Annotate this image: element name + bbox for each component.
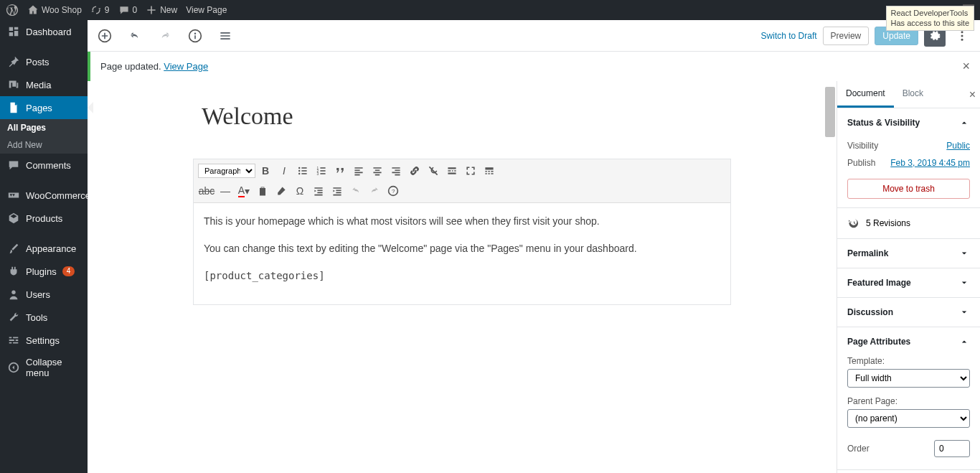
- italic-button[interactable]: I: [275, 162, 293, 179]
- chevron-down-icon: [958, 306, 970, 318]
- panel-discussion: Discussion: [837, 298, 980, 327]
- panel-discussion-header[interactable]: Discussion: [837, 298, 980, 327]
- bullet-list-button[interactable]: [294, 162, 311, 179]
- sidebar-item-pages[interactable]: Pages: [0, 96, 88, 119]
- fullscreen-button[interactable]: [462, 162, 479, 179]
- panel-permalink-header[interactable]: Permalink: [837, 239, 980, 268]
- settings-close-button[interactable]: ×: [969, 88, 976, 101]
- outline-button[interactable]: [215, 26, 235, 46]
- numbered-list-button[interactable]: 123: [313, 162, 330, 179]
- sidebar-label: Users: [26, 289, 50, 300]
- settings-tabs: Document Block ×: [837, 81, 980, 108]
- site-name-link[interactable]: Woo Shop: [27, 4, 82, 16]
- sidebar-item-woocommerce[interactable]: WooCommerce: [0, 184, 88, 207]
- dashboard-icon: [7, 25, 20, 38]
- clipboard-icon: [257, 185, 268, 197]
- visibility-value-link[interactable]: Public: [946, 141, 970, 151]
- tab-document[interactable]: Document: [837, 81, 894, 108]
- publish-date-link[interactable]: Feb 3, 2019 4:45 pm: [890, 158, 970, 168]
- unlink-button[interactable]: [425, 162, 442, 179]
- format-select[interactable]: Paragraph: [198, 164, 255, 178]
- updates-link[interactable]: 9: [90, 4, 110, 16]
- classic-editor-block[interactable]: Paragraph B I 123: [193, 159, 731, 305]
- align-right-icon: [390, 165, 402, 177]
- tab-block[interactable]: Block: [894, 81, 932, 108]
- indent-button[interactable]: [329, 182, 346, 200]
- wrench-icon: [7, 311, 20, 324]
- toolbar-toggle-button[interactable]: [481, 162, 498, 179]
- svg-point-8: [961, 38, 963, 40]
- sidebar-item-posts[interactable]: Posts: [0, 50, 88, 73]
- parent-page-select[interactable]: (no parent): [847, 409, 970, 428]
- wp-logo[interactable]: [6, 4, 19, 17]
- panel-attributes-header[interactable]: Page Attributes: [837, 327, 980, 356]
- svg-point-10: [298, 170, 300, 172]
- sidebar-sub-all-pages[interactable]: All Pages: [0, 119, 88, 136]
- preview-button[interactable]: Preview: [823, 27, 870, 45]
- clear-button[interactable]: [273, 182, 290, 200]
- unlink-icon: [428, 165, 439, 177]
- align-center-icon: [372, 165, 383, 177]
- align-right-button[interactable]: [387, 162, 405, 179]
- page-title-input[interactable]: Welcome: [193, 95, 731, 137]
- new-link[interactable]: New: [146, 4, 177, 16]
- redo2-button[interactable]: [366, 182, 383, 200]
- switch-draft-button[interactable]: Switch to Draft: [761, 31, 817, 41]
- align-center-button[interactable]: [369, 162, 386, 179]
- sidebar-item-media[interactable]: Media: [0, 73, 88, 96]
- template-select[interactable]: Full width: [847, 369, 970, 388]
- panel-featured-header[interactable]: Featured Image: [837, 268, 980, 297]
- readmore-icon: [446, 165, 458, 177]
- view-page-link[interactable]: View Page: [186, 5, 227, 15]
- sidebar-item-tools[interactable]: Tools: [0, 306, 88, 329]
- notice-close-button[interactable]: ×: [962, 59, 970, 74]
- kitchen-sink-icon: [484, 165, 495, 177]
- quote-button[interactable]: [331, 162, 349, 179]
- sidebar-item-settings[interactable]: Settings: [0, 329, 88, 352]
- outdent-button[interactable]: [310, 182, 327, 200]
- sidebar-item-dashboard[interactable]: Dashboard: [0, 20, 88, 43]
- history-icon: [847, 217, 860, 230]
- undo-button[interactable]: [125, 26, 145, 46]
- sidebar-item-collapse[interactable]: Collapse menu: [0, 352, 88, 383]
- sidebar-label: Plugins: [26, 266, 57, 277]
- editor-content-area[interactable]: This is your homepage which is what most…: [194, 203, 730, 304]
- help-button[interactable]: ?: [385, 182, 402, 200]
- undo-icon: [350, 185, 362, 197]
- notice-view-page-link[interactable]: View Page: [164, 61, 208, 72]
- add-block-button[interactable]: [95, 26, 115, 46]
- special-char-button[interactable]: Ω: [291, 182, 308, 200]
- editor-header: Switch to Draft Preview Update: [88, 20, 980, 52]
- sidebar-item-comments[interactable]: Comments: [0, 154, 88, 177]
- editor-canvas[interactable]: Welcome Paragraph B I 123: [88, 81, 837, 473]
- sidebar-label: Appearance: [26, 243, 76, 254]
- undo2-button[interactable]: [347, 182, 364, 200]
- sidebar-item-plugins[interactable]: Plugins4: [0, 260, 88, 283]
- strike-button[interactable]: abc: [198, 182, 215, 200]
- hr-button[interactable]: —: [217, 182, 234, 200]
- fullscreen-icon: [465, 165, 476, 177]
- info-button[interactable]: [185, 26, 205, 46]
- comments-link[interactable]: 0: [118, 4, 138, 16]
- order-label: Order: [847, 444, 870, 454]
- paste-button[interactable]: [254, 182, 271, 200]
- more-button[interactable]: [443, 162, 461, 179]
- panel-status-header[interactable]: Status & Visibility: [837, 108, 980, 137]
- bold-button[interactable]: B: [257, 162, 274, 179]
- sidebar-sub-add-new[interactable]: Add New: [0, 136, 88, 154]
- svg-point-6: [961, 31, 963, 33]
- revisions-link[interactable]: 5 Revisions: [837, 208, 980, 239]
- scrollbar-thumb[interactable]: [825, 87, 835, 137]
- align-left-button[interactable]: [350, 162, 367, 179]
- collapse-icon: [7, 361, 20, 374]
- order-input[interactable]: [934, 440, 970, 457]
- sidebar-item-appearance[interactable]: Appearance: [0, 237, 88, 260]
- sidebar-label: Media: [26, 80, 51, 90]
- redo-button[interactable]: [155, 26, 175, 46]
- sidebar-item-products[interactable]: Products: [0, 207, 88, 230]
- sidebar-item-users[interactable]: Users: [0, 283, 88, 306]
- textcolor-button[interactable]: A ▾: [235, 182, 253, 200]
- link-button[interactable]: [406, 162, 423, 179]
- sidebar-label: Products: [26, 213, 62, 224]
- move-to-trash-button[interactable]: Move to trash: [847, 179, 970, 199]
